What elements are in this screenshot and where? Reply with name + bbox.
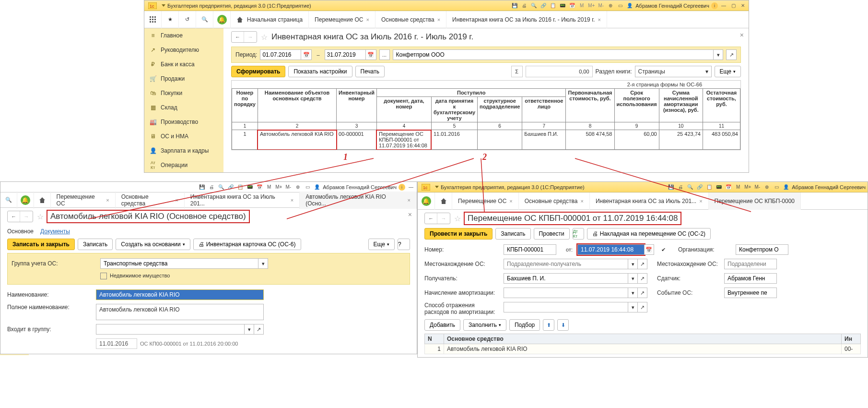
date-input[interactable] — [577, 244, 645, 255]
settings-button[interactable]: Показать настройки — [288, 66, 352, 77]
tab-fixed-assets[interactable]: Основные средства× — [519, 192, 590, 210]
org-input[interactable] — [736, 244, 788, 255]
notifications-icon[interactable]: 🔔 — [213, 11, 231, 28]
help-button[interactable]: ? — [398, 239, 410, 250]
history-icon[interactable]: ↺ — [179, 11, 196, 28]
search-nav-icon[interactable]: 🔍 — [0, 192, 17, 209]
minimize-icon[interactable]: — — [720, 2, 727, 10]
screen-icon[interactable]: ▭ — [304, 183, 311, 191]
tab-fixed-assets[interactable]: Основные средства× — [116, 192, 185, 209]
save-icon[interactable]: 💾 — [511, 2, 518, 10]
link-icon[interactable]: 🔗 — [227, 183, 235, 191]
location2-input[interactable] — [724, 259, 777, 269]
sidebar-item-production[interactable]: 🏭Производство — [144, 115, 223, 129]
sidebar-item-main[interactable]: ≡Главное — [144, 28, 223, 43]
name-input[interactable] — [96, 289, 264, 300]
forward-icon[interactable]: → — [244, 32, 257, 42]
create-on-button[interactable]: Создать на основании ▾ — [116, 239, 190, 250]
tab-move-assets[interactable]: Перемещение ОС× — [452, 192, 519, 210]
star-icon[interactable]: ☆ — [454, 214, 461, 223]
close-icon[interactable]: × — [509, 198, 512, 204]
tab-inventory-book[interactable]: Инвентарная книга ОС за Июль 2016 г. - И… — [446, 11, 607, 28]
info-icon[interactable]: i — [711, 2, 718, 9]
in-group-input[interactable] — [96, 324, 245, 335]
post-close-button[interactable]: Провести и закрыть — [424, 228, 493, 240]
tab-inventory-book[interactable]: Инвентарная книга ОС за Июль 201...× — [185, 192, 300, 209]
apps-grid-icon[interactable] — [144, 11, 162, 28]
back-icon[interactable]: ← — [232, 32, 244, 42]
date-to-input[interactable] — [325, 49, 366, 60]
sidebar-item-purchases[interactable]: 🛍Покупки — [144, 86, 223, 100]
move-up-button[interactable]: ⬆ — [543, 319, 554, 331]
date-from-input[interactable] — [260, 49, 301, 60]
maximize-icon[interactable]: ▢ — [729, 2, 737, 10]
tab-movement-doc[interactable]: Перемещение ОС КПБП-0000 — [709, 192, 801, 210]
tab-move-assets[interactable]: Перемещение ОС× — [309, 11, 375, 28]
back-icon[interactable]: ← — [425, 213, 437, 224]
search-icon[interactable]: 🔍 — [217, 183, 225, 191]
sidebar-item-sales[interactable]: 🛒Продажи — [144, 72, 223, 86]
close-icon[interactable]: × — [437, 17, 440, 23]
calendar-icon[interactable]: 📅 — [366, 49, 376, 60]
period-choose-button[interactable]: ... — [379, 49, 390, 60]
chevron-down-icon[interactable]: ▾ — [258, 258, 268, 269]
chevron-down-icon[interactable]: ▾ — [628, 288, 638, 298]
open-icon[interactable]: ↗ — [638, 288, 647, 298]
sidebar-item-manager[interactable]: ↗Руководителю — [144, 43, 223, 57]
section-select[interactable]: Страницы ▾ — [635, 66, 712, 77]
cell-asset-name[interactable]: Автомобиль легковой KIA RIO — [258, 130, 336, 150]
checkbox-icon[interactable] — [100, 273, 107, 279]
pick-button[interactable]: Подбор — [509, 319, 540, 331]
full-name-input[interactable]: Автомобиль легковой KIA RIO — [96, 304, 264, 320]
forward-icon[interactable]: → — [437, 213, 450, 224]
sidebar-item-hr[interactable]: 👤Зарплата и кадры — [144, 144, 223, 158]
save-icon[interactable]: 💾 — [198, 183, 206, 191]
close-icon[interactable]: × — [291, 197, 293, 203]
date-to-field[interactable]: 📅 — [325, 49, 376, 60]
forward-icon[interactable]: → — [20, 211, 33, 222]
m-plus[interactable]: М+ — [275, 183, 282, 191]
move-down-button[interactable]: ⬇ — [557, 319, 569, 331]
more-button[interactable]: Еще ▾ — [715, 66, 741, 77]
chevron-down-icon[interactable]: ▾ — [628, 259, 638, 269]
clipboard-icon[interactable]: 📋 — [236, 183, 244, 191]
sidebar-item-bank[interactable]: ₽Банк и касса — [144, 57, 223, 72]
event-input[interactable] — [724, 288, 777, 298]
post-button[interactable]: Провести — [534, 228, 570, 240]
link-icon[interactable]: 🔗 — [696, 183, 704, 191]
sidebar-item-assets[interactable]: 🖥ОС и НМА — [144, 129, 223, 144]
clipboard-icon[interactable]: 📋 — [705, 183, 713, 191]
org-open-button[interactable]: ↗ — [726, 49, 737, 60]
m-indicator[interactable]: М — [265, 183, 273, 191]
info-icon[interactable]: i — [399, 184, 405, 191]
tab-inventory-book[interactable]: Инвентарная книга ОС за Июль 201...× — [590, 192, 709, 210]
open-icon[interactable]: ↗ — [254, 324, 264, 335]
m-plus[interactable]: М+ — [744, 183, 751, 191]
calc-icon[interactable]: 📟 — [559, 2, 566, 10]
close-icon[interactable]: × — [598, 17, 600, 23]
receiver-input[interactable] — [504, 273, 628, 284]
save-button[interactable]: Записать — [495, 228, 530, 240]
calc-icon[interactable]: 📟 — [246, 183, 254, 191]
clipboard-icon[interactable]: 📋 — [549, 2, 557, 10]
m-plus[interactable]: М+ — [587, 2, 595, 10]
open-icon[interactable]: ↗ — [638, 302, 647, 312]
open-icon[interactable]: ↗ — [638, 273, 647, 284]
notifications-icon[interactable]: 🔔 — [17, 192, 34, 209]
tab-move-assets[interactable]: Перемещение ОС× — [51, 192, 116, 209]
immovable-check[interactable]: Недвижимое имущество — [100, 273, 170, 279]
zoom-icon[interactable]: ⊕ — [607, 2, 614, 10]
search-icon[interactable]: 🔍 — [686, 183, 694, 191]
print-icon[interactable]: 🖨 — [520, 2, 528, 10]
favorite-icon[interactable]: ★ — [162, 11, 179, 28]
close-icon[interactable]: × — [175, 197, 178, 203]
subtab-main[interactable]: Основное — [7, 228, 34, 235]
table-row[interactable]: 1 Автомобиль легковой KIA RIO 00- — [425, 344, 861, 354]
m-minus[interactable]: М- — [597, 2, 605, 10]
close-icon[interactable]: × — [408, 197, 411, 203]
print-icon[interactable]: 🖨 — [208, 183, 215, 191]
number-input[interactable] — [504, 244, 556, 255]
close-page-icon[interactable]: × — [408, 211, 412, 218]
save-button[interactable]: Записать — [78, 239, 113, 250]
data-row[interactable]: 1 Автомобиль легковой KIA RIO 00-000001 … — [232, 130, 740, 150]
